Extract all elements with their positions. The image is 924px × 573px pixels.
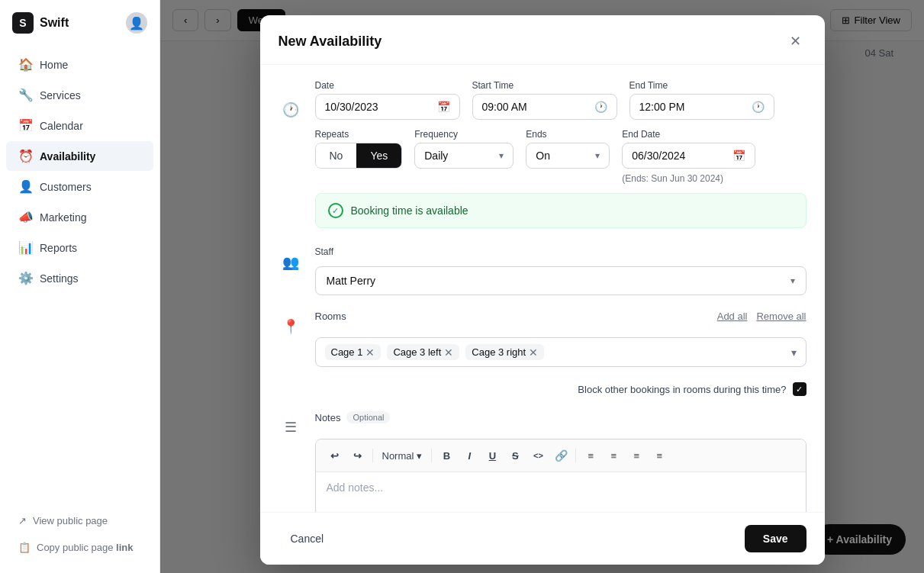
sidebar-item-settings[interactable]: ⚙️ Settings — [6, 263, 153, 293]
cancel-button[interactable]: Cancel — [278, 526, 336, 551]
availability-icon: ⏰ — [18, 149, 32, 163]
repeats-row: Repeats No Yes Frequency Dai — [315, 129, 806, 184]
close-modal-button[interactable]: ✕ — [785, 31, 806, 52]
optional-badge: Optional — [346, 411, 390, 423]
sidebar-item-home[interactable]: 🏠 Home — [6, 50, 153, 79]
link-button[interactable]: 🔗 — [551, 446, 571, 465]
app-logo-icon: S — [12, 12, 34, 34]
date-text-input[interactable] — [325, 101, 431, 113]
sidebar-item-availability[interactable]: ⏰ Availability — [6, 141, 153, 171]
sidebar-item-label-services: Services — [40, 89, 81, 101]
notes-row: ☰ Notes Optional ↩ ↪ No — [278, 411, 806, 512]
modal-title: New Availability — [278, 34, 382, 50]
block-bookings-checkbox[interactable]: ✓ — [793, 382, 806, 396]
remove-all-button[interactable]: Remove all — [756, 311, 806, 322]
end-time-text-input[interactable] — [639, 101, 745, 113]
sidebar-item-label-marketing: Marketing — [40, 211, 86, 224]
end-time-input[interactable]: 🕐 — [629, 94, 774, 120]
clock-icon-small: 🕐 — [594, 101, 607, 113]
sidebar-item-customers[interactable]: 👤 Customers — [6, 172, 153, 201]
repeats-yes-button[interactable]: Yes — [356, 143, 401, 168]
ends-select[interactable]: On After Never ▾ — [526, 143, 610, 169]
rooms-fields: Rooms Add all Remove all Cage 1 ✕ — [315, 311, 806, 396]
italic-button[interactable]: I — [459, 446, 479, 465]
align-left-button[interactable]: ≡ — [581, 446, 600, 465]
staff-row: 👥 Staff Matt Perry ▾ — [278, 246, 806, 295]
bold-button[interactable]: B — [436, 446, 456, 465]
booking-banner-text: Booking time is available — [351, 204, 468, 217]
notes-editor: ↩ ↪ Normal ▾ B I U — [315, 439, 806, 512]
format-dropdown[interactable]: Normal ▾ — [378, 449, 427, 463]
room-chip-cage3right: Cage 3 right ✕ — [465, 344, 544, 360]
sidebar-item-label-home: Home — [40, 59, 68, 71]
room-chip-cage3left: Cage 3 left ✕ — [387, 344, 459, 360]
strikethrough-button[interactable]: S — [505, 446, 525, 465]
rooms-row: 📍 Rooms Add all Remove all Cage 1 — [278, 311, 806, 396]
clock-icon: 🕐 — [278, 80, 303, 118]
end-date-calendar-icon: 📅 — [732, 150, 745, 162]
booking-available-banner: ✓ Booking time is available — [315, 193, 806, 228]
undo-button[interactable]: ↩ — [325, 446, 345, 465]
copy-icon: 📋 — [18, 542, 31, 553]
view-public-page[interactable]: ↗ View public page — [6, 507, 153, 534]
start-time-text-input[interactable] — [482, 101, 588, 113]
frequency-label: Frequency — [414, 129, 514, 140]
start-time-label: Start Time — [472, 80, 617, 91]
redo-button[interactable]: ↪ — [348, 446, 368, 465]
frequency-field-group: Frequency Daily Weekly Monthly ▾ — [414, 129, 514, 169]
add-all-button[interactable]: Add all — [717, 311, 748, 322]
staff-selected-value: Matt Perry — [327, 275, 376, 287]
end-date-note: (Ends: Sun Jun 30 2024) — [622, 173, 755, 184]
copy-public-link[interactable]: 📋 Copy public page link — [6, 534, 153, 561]
calendar-icon: 📅 — [18, 118, 32, 133]
sidebar-bottom: ↗ View public page 📋 Copy public page li… — [0, 507, 159, 561]
ends-select-input[interactable]: On After Never — [536, 150, 591, 162]
align-center-button[interactable]: ≡ — [604, 446, 623, 465]
settings-icon: ⚙️ — [18, 271, 32, 285]
chip-remove-cage3right[interactable]: ✕ — [529, 347, 538, 358]
date-label: Date — [315, 80, 460, 91]
date-input[interactable]: 📅 — [315, 94, 460, 120]
staff-dropdown[interactable]: Matt Perry ▾ — [315, 266, 806, 295]
repeats-toggle: No Yes — [315, 143, 403, 169]
sidebar-item-calendar[interactable]: 📅 Calendar — [6, 111, 153, 140]
external-link-icon: ↗ — [18, 515, 27, 526]
sidebar-item-marketing[interactable]: 📣 Marketing — [6, 202, 153, 232]
avatar[interactable]: 👤 — [126, 12, 147, 34]
format-label: Normal — [382, 450, 414, 462]
format-chevron-icon: ▾ — [417, 450, 422, 462]
save-button[interactable]: Save — [745, 525, 806, 552]
modal-body: 🕐 Date 📅 Start Time — [260, 65, 825, 512]
end-time-label: End Time — [629, 80, 774, 91]
chip-remove-cage3left[interactable]: ✕ — [444, 347, 453, 358]
underline-button[interactable]: U — [482, 446, 502, 465]
marketing-icon: 📣 — [18, 210, 32, 224]
align-right-button[interactable]: ≡ — [626, 446, 646, 465]
start-time-input[interactable]: 🕐 — [472, 94, 617, 120]
sidebar-item-reports[interactable]: 📊 Reports — [6, 233, 153, 262]
sidebar: S Swift 👤 🏠 Home 🔧 Services 📅 Calendar ⏰… — [0, 0, 160, 573]
code-button[interactable]: <> — [528, 446, 548, 465]
ends-field-group: Ends On After Never ▾ — [526, 129, 610, 169]
new-availability-modal: New Availability ✕ 🕐 Date 📅 — [260, 15, 825, 565]
frequency-select[interactable]: Daily Weekly Monthly ▾ — [414, 143, 514, 169]
staff-label: Staff — [315, 246, 806, 257]
end-date-input[interactable]: 📅 — [622, 143, 755, 169]
repeats-label: Repeats — [315, 129, 403, 140]
notes-textarea[interactable]: Add notes... — [316, 472, 806, 512]
sidebar-item-services[interactable]: 🔧 Services — [6, 80, 153, 110]
repeats-no-button[interactable]: No — [316, 143, 357, 168]
chip-remove-cage1[interactable]: ✕ — [365, 347, 375, 358]
sidebar-item-label-settings: Settings — [40, 272, 79, 285]
end-date-text-input[interactable] — [632, 150, 726, 162]
rooms-chips-container[interactable]: Cage 1 ✕ Cage 3 left ✕ Cage 3 right ✕ — [315, 337, 806, 367]
notes-icon: ☰ — [278, 411, 303, 436]
customers-icon: 👤 — [18, 179, 32, 194]
modal-footer: Cancel Save — [260, 512, 825, 565]
date-field-group: Date 📅 — [315, 80, 460, 120]
start-time-field-group: Start Time 🕐 — [472, 80, 617, 120]
justify-button[interactable]: ≡ — [649, 446, 669, 465]
frequency-select-input[interactable]: Daily Weekly Monthly — [424, 150, 494, 162]
notes-fields: Notes Optional ↩ ↪ Normal ▾ — [315, 411, 806, 512]
chip-label-cage3right: Cage 3 right — [472, 346, 526, 358]
